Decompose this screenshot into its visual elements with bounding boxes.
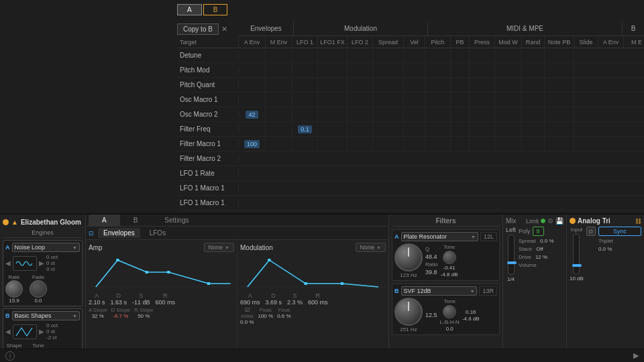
- row-cell: [470, 63, 495, 77]
- filter-a-dropdown[interactable]: Plate Resonator ▼: [401, 232, 478, 241]
- table-row[interactable]: LFO 1 Macro 1: [177, 181, 644, 196]
- row-cell: [373, 63, 404, 77]
- svg-rect-4: [207, 282, 210, 285]
- row-cell: [451, 78, 470, 92]
- col-envelopes: Envelopes: [239, 21, 294, 36]
- row-cell: [318, 107, 347, 121]
- filter-b-freq-knob[interactable]: [394, 298, 423, 326]
- osc-fader[interactable]: [573, 234, 580, 274]
- row-cell: [373, 78, 404, 92]
- engines-label: Engines: [3, 229, 83, 238]
- close-icon[interactable]: ✕: [221, 25, 227, 34]
- status-bar: i ▶: [0, 349, 644, 362]
- limit-dot: [541, 219, 545, 223]
- tab-section-settings[interactable]: Settings: [151, 215, 202, 226]
- row-cell: [373, 122, 404, 136]
- filter-a-routing[interactable]: 12L: [480, 232, 497, 241]
- tab-section-b[interactable]: B: [120, 215, 152, 226]
- row-cell: [347, 78, 373, 92]
- engine-a-rate-knob[interactable]: [5, 280, 23, 298]
- icon-settings[interactable]: ⚙: [547, 217, 553, 225]
- engine-b-next[interactable]: ▶: [39, 328, 44, 335]
- tab-b[interactable]: B: [203, 4, 228, 15]
- row-cell: [239, 93, 266, 107]
- sync-box[interactable]: Sync: [598, 227, 641, 236]
- top-area: A B Copy to B ✕ Envelopes Modulation MID…: [0, 0, 644, 227]
- row-cell: [425, 107, 451, 121]
- row-cell: [545, 78, 574, 92]
- engine-a-next[interactable]: ▶: [39, 259, 44, 267]
- row-label: Filter Freq: [177, 125, 239, 133]
- instrument-name: Elizabethan Gloom: [21, 219, 83, 226]
- table-row[interactable]: Pitch Quant: [177, 78, 644, 93]
- engine-b-prev[interactable]: ◀: [5, 328, 11, 335]
- filter-b-routing[interactable]: 13R: [479, 286, 497, 296]
- engine-a-dropdown[interactable]: Noise Loop ▼: [12, 243, 80, 252]
- tab-lfos[interactable]: LFOs: [144, 228, 171, 238]
- icon-chain: ⛓: [635, 218, 641, 225]
- sub-press: Press: [470, 36, 495, 48]
- engine-b-dropdown[interactable]: Basic Shapes ▼: [12, 311, 80, 320]
- row-cell: [404, 122, 425, 136]
- row-cell: [318, 137, 347, 151]
- row-cell: [470, 93, 495, 107]
- row-cell-aenv[interactable]: 42: [239, 107, 266, 121]
- mix-fader-left[interactable]: [508, 235, 515, 275]
- mix-panel: Mix Limit ⚙ 💾 Left 1/4 Poly 8: [503, 215, 567, 349]
- filter-b-dropdown[interactable]: SVF 12dB ▼: [401, 286, 478, 296]
- table-row[interactable]: Filter Macro 2: [177, 152, 644, 166]
- row-cell: [495, 63, 522, 77]
- filter-b-block: B SVF 12dB ▼ 13R 251 Hz 12.5 T: [392, 284, 500, 335]
- sub-slide: Slide: [574, 36, 598, 48]
- row-cell: [425, 63, 451, 77]
- col-b: B: [623, 21, 644, 36]
- table-row[interactable]: LFO 1 Macro 1: [177, 196, 644, 210]
- mod-source-dropdown[interactable]: None ▼: [356, 243, 386, 252]
- filter-a-freq-knob[interactable]: [394, 243, 423, 272]
- filter-a-block: A Plate Resonator ▼ 12L 123 Hz Q: [392, 229, 500, 281]
- row-cell: [451, 137, 470, 151]
- col-headers: Envelopes Modulation MIDI & MPE B: [239, 21, 644, 36]
- tab-section-a[interactable]: A: [89, 215, 120, 226]
- row-cell-aenv100[interactable]: 100: [239, 137, 266, 151]
- row-cell: [522, 48, 545, 62]
- row-cell: [292, 107, 318, 121]
- mix-header: Mix: [506, 217, 517, 225]
- play-button[interactable]: ▶: [633, 351, 639, 360]
- engine-a-prev[interactable]: ◀: [5, 259, 11, 267]
- sub-lfo2: LFO 2: [347, 36, 373, 48]
- sub-m-env: M Env: [266, 36, 292, 48]
- row-cell: [404, 107, 425, 121]
- icon-save[interactable]: 💾: [555, 217, 564, 225]
- copy-to-b-button[interactable]: Copy to B: [177, 23, 219, 35]
- copy-row: Copy to B ✕: [177, 21, 227, 36]
- row-label: Pitch Mod: [177, 66, 239, 74]
- table-row[interactable]: Osc Macro 2 42: [177, 107, 644, 122]
- row-cell: [451, 48, 470, 62]
- table-row[interactable]: LFO 1 Rate: [177, 166, 644, 181]
- filter-a-tone-knob[interactable]: [443, 251, 456, 264]
- row-cell-lfo1[interactable]: 0.1: [292, 122, 318, 136]
- table-row[interactable]: Pitch Mod: [177, 63, 644, 78]
- row-cell: [425, 78, 451, 92]
- section-tabs: A B Settings: [86, 215, 388, 227]
- row-cell: [373, 48, 404, 62]
- table-row[interactable]: Filter Freq 0.1: [177, 122, 644, 137]
- row-cell: [292, 93, 318, 107]
- tab-a[interactable]: A: [177, 4, 202, 15]
- table-row[interactable]: Osc Macro 1: [177, 93, 644, 107]
- tab-envelopes[interactable]: Envelopes: [98, 228, 140, 238]
- row-cell: [425, 122, 451, 136]
- svg-rect-8: [341, 282, 343, 285]
- row-cell: [495, 48, 522, 62]
- row-cell: [425, 48, 451, 62]
- engine-a-fade-knob[interactable]: [30, 280, 47, 298]
- table-row[interactable]: Detune: [177, 48, 644, 63]
- filter-b-tone-knob[interactable]: [443, 305, 456, 318]
- row-cell: [451, 63, 470, 77]
- env-lfo-bar: ⊡ Envelopes LFOs: [86, 227, 388, 240]
- poly-box[interactable]: 8: [533, 227, 544, 236]
- info-icon[interactable]: i: [5, 351, 15, 361]
- amp-source-dropdown[interactable]: None ▼: [204, 243, 234, 252]
- table-row[interactable]: Filter Macro 1 100: [177, 137, 644, 152]
